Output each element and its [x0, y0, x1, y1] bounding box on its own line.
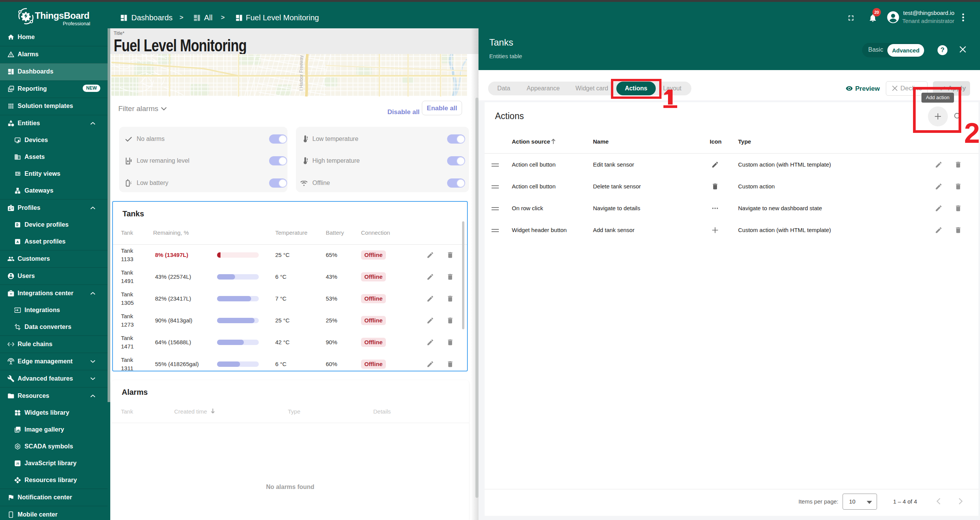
svg-text:2: 2	[964, 119, 980, 143]
svg-text:JS: JS	[16, 462, 20, 465]
